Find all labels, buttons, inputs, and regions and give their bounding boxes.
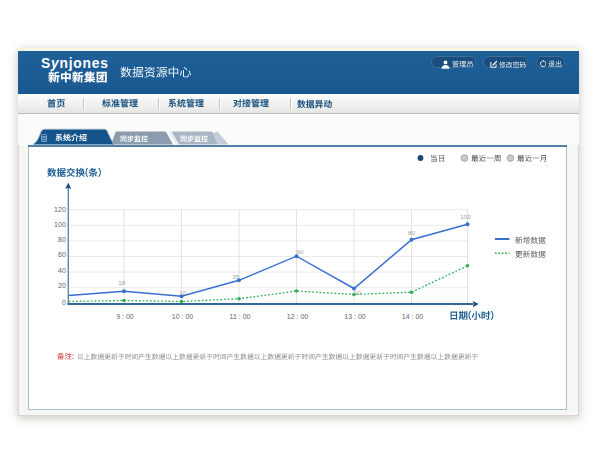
svg-text:14 : 00: 14 : 00 <box>402 313 424 320</box>
svg-text:100: 100 <box>54 221 66 228</box>
svg-text:10 : 00: 10 : 00 <box>172 313 194 320</box>
svg-text:40: 40 <box>58 267 66 274</box>
svg-text:100: 100 <box>460 213 471 220</box>
svg-text:60: 60 <box>58 251 66 258</box>
svg-text:10: 10 <box>179 289 186 296</box>
svg-text:13 : 00: 13 : 00 <box>344 313 366 320</box>
svg-text:9 : 00: 9 : 00 <box>116 313 134 320</box>
svg-text:80: 80 <box>58 236 66 243</box>
svg-text:0: 0 <box>62 299 66 306</box>
svg-text:12 : 00: 12 : 00 <box>287 313 309 320</box>
svg-text:18: 18 <box>118 279 125 286</box>
svg-text:60: 60 <box>297 248 304 255</box>
svg-text:11 : 00: 11 : 00 <box>230 313 251 320</box>
svg-text:10: 10 <box>354 289 361 296</box>
svg-text:35: 35 <box>232 273 239 280</box>
svg-text:80: 80 <box>408 229 415 236</box>
svg-text:20: 20 <box>58 282 66 289</box>
svg-text:120: 120 <box>54 206 66 213</box>
